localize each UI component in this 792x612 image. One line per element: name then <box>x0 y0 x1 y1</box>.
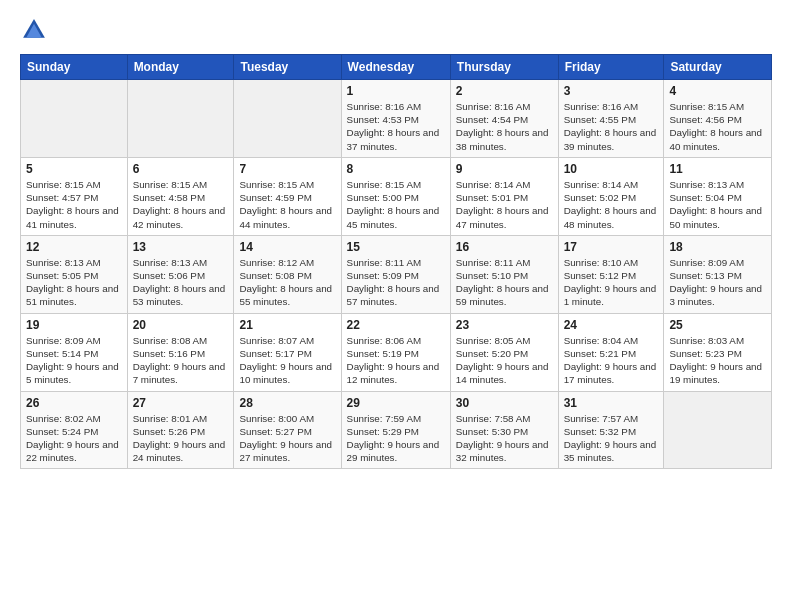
day-number: 18 <box>669 240 766 254</box>
day-number: 8 <box>347 162 445 176</box>
day-number: 23 <box>456 318 553 332</box>
day-number: 27 <box>133 396 229 410</box>
page: SundayMondayTuesdayWednesdayThursdayFrid… <box>0 0 792 612</box>
day-info: Sunrise: 8:15 AM Sunset: 4:56 PM Dayligh… <box>669 100 766 153</box>
day-info: Sunrise: 8:01 AM Sunset: 5:26 PM Dayligh… <box>133 412 229 465</box>
day-info: Sunrise: 8:11 AM Sunset: 5:10 PM Dayligh… <box>456 256 553 309</box>
day-info: Sunrise: 8:06 AM Sunset: 5:19 PM Dayligh… <box>347 334 445 387</box>
calendar-cell: 22Sunrise: 8:06 AM Sunset: 5:19 PM Dayli… <box>341 313 450 391</box>
calendar-cell <box>21 80 128 158</box>
day-info: Sunrise: 8:11 AM Sunset: 5:09 PM Dayligh… <box>347 256 445 309</box>
day-number: 2 <box>456 84 553 98</box>
weekday-header: Wednesday <box>341 55 450 80</box>
day-info: Sunrise: 8:16 AM Sunset: 4:55 PM Dayligh… <box>564 100 659 153</box>
day-info: Sunrise: 8:15 AM Sunset: 4:59 PM Dayligh… <box>239 178 335 231</box>
logo-icon <box>20 16 48 44</box>
calendar-cell: 31Sunrise: 7:57 AM Sunset: 5:32 PM Dayli… <box>558 391 664 469</box>
day-number: 22 <box>347 318 445 332</box>
day-number: 26 <box>26 396 122 410</box>
calendar-cell: 5Sunrise: 8:15 AM Sunset: 4:57 PM Daylig… <box>21 157 128 235</box>
calendar-cell <box>127 80 234 158</box>
calendar-cell <box>234 80 341 158</box>
header <box>20 16 772 44</box>
day-info: Sunrise: 7:57 AM Sunset: 5:32 PM Dayligh… <box>564 412 659 465</box>
weekday-header: Tuesday <box>234 55 341 80</box>
day-number: 24 <box>564 318 659 332</box>
calendar-cell: 23Sunrise: 8:05 AM Sunset: 5:20 PM Dayli… <box>450 313 558 391</box>
day-number: 29 <box>347 396 445 410</box>
day-number: 14 <box>239 240 335 254</box>
calendar-cell: 1Sunrise: 8:16 AM Sunset: 4:53 PM Daylig… <box>341 80 450 158</box>
calendar-week-row: 26Sunrise: 8:02 AM Sunset: 5:24 PM Dayli… <box>21 391 772 469</box>
day-info: Sunrise: 8:16 AM Sunset: 4:54 PM Dayligh… <box>456 100 553 153</box>
day-number: 10 <box>564 162 659 176</box>
day-number: 20 <box>133 318 229 332</box>
calendar-cell: 17Sunrise: 8:10 AM Sunset: 5:12 PM Dayli… <box>558 235 664 313</box>
day-number: 19 <box>26 318 122 332</box>
calendar-cell: 7Sunrise: 8:15 AM Sunset: 4:59 PM Daylig… <box>234 157 341 235</box>
day-number: 5 <box>26 162 122 176</box>
day-info: Sunrise: 8:05 AM Sunset: 5:20 PM Dayligh… <box>456 334 553 387</box>
day-info: Sunrise: 8:08 AM Sunset: 5:16 PM Dayligh… <box>133 334 229 387</box>
calendar-cell: 26Sunrise: 8:02 AM Sunset: 5:24 PM Dayli… <box>21 391 128 469</box>
weekday-header: Sunday <box>21 55 128 80</box>
day-number: 7 <box>239 162 335 176</box>
day-number: 30 <box>456 396 553 410</box>
calendar-cell: 11Sunrise: 8:13 AM Sunset: 5:04 PM Dayli… <box>664 157 772 235</box>
calendar-cell: 24Sunrise: 8:04 AM Sunset: 5:21 PM Dayli… <box>558 313 664 391</box>
day-info: Sunrise: 8:15 AM Sunset: 4:57 PM Dayligh… <box>26 178 122 231</box>
day-number: 17 <box>564 240 659 254</box>
day-info: Sunrise: 8:12 AM Sunset: 5:08 PM Dayligh… <box>239 256 335 309</box>
calendar-cell: 3Sunrise: 8:16 AM Sunset: 4:55 PM Daylig… <box>558 80 664 158</box>
day-info: Sunrise: 8:13 AM Sunset: 5:06 PM Dayligh… <box>133 256 229 309</box>
calendar-cell: 14Sunrise: 8:12 AM Sunset: 5:08 PM Dayli… <box>234 235 341 313</box>
calendar-week-row: 12Sunrise: 8:13 AM Sunset: 5:05 PM Dayli… <box>21 235 772 313</box>
day-info: Sunrise: 8:09 AM Sunset: 5:14 PM Dayligh… <box>26 334 122 387</box>
day-info: Sunrise: 8:10 AM Sunset: 5:12 PM Dayligh… <box>564 256 659 309</box>
calendar-cell: 27Sunrise: 8:01 AM Sunset: 5:26 PM Dayli… <box>127 391 234 469</box>
day-info: Sunrise: 8:14 AM Sunset: 5:01 PM Dayligh… <box>456 178 553 231</box>
day-number: 25 <box>669 318 766 332</box>
calendar-cell: 9Sunrise: 8:14 AM Sunset: 5:01 PM Daylig… <box>450 157 558 235</box>
calendar-week-row: 1Sunrise: 8:16 AM Sunset: 4:53 PM Daylig… <box>21 80 772 158</box>
calendar-body: 1Sunrise: 8:16 AM Sunset: 4:53 PM Daylig… <box>21 80 772 469</box>
day-info: Sunrise: 7:58 AM Sunset: 5:30 PM Dayligh… <box>456 412 553 465</box>
day-number: 31 <box>564 396 659 410</box>
calendar-cell: 29Sunrise: 7:59 AM Sunset: 5:29 PM Dayli… <box>341 391 450 469</box>
day-number: 15 <box>347 240 445 254</box>
weekday-header: Monday <box>127 55 234 80</box>
day-number: 16 <box>456 240 553 254</box>
day-number: 28 <box>239 396 335 410</box>
weekday-header: Thursday <box>450 55 558 80</box>
day-info: Sunrise: 8:00 AM Sunset: 5:27 PM Dayligh… <box>239 412 335 465</box>
weekday-header: Friday <box>558 55 664 80</box>
day-number: 21 <box>239 318 335 332</box>
day-info: Sunrise: 8:02 AM Sunset: 5:24 PM Dayligh… <box>26 412 122 465</box>
day-number: 1 <box>347 84 445 98</box>
day-info: Sunrise: 8:03 AM Sunset: 5:23 PM Dayligh… <box>669 334 766 387</box>
calendar-cell: 21Sunrise: 8:07 AM Sunset: 5:17 PM Dayli… <box>234 313 341 391</box>
weekday-header: Saturday <box>664 55 772 80</box>
calendar-cell: 2Sunrise: 8:16 AM Sunset: 4:54 PM Daylig… <box>450 80 558 158</box>
calendar-cell: 30Sunrise: 7:58 AM Sunset: 5:30 PM Dayli… <box>450 391 558 469</box>
day-number: 11 <box>669 162 766 176</box>
day-number: 9 <box>456 162 553 176</box>
calendar-cell: 16Sunrise: 8:11 AM Sunset: 5:10 PM Dayli… <box>450 235 558 313</box>
logo <box>20 16 52 44</box>
day-number: 13 <box>133 240 229 254</box>
calendar-cell: 28Sunrise: 8:00 AM Sunset: 5:27 PM Dayli… <box>234 391 341 469</box>
day-number: 4 <box>669 84 766 98</box>
day-info: Sunrise: 8:15 AM Sunset: 4:58 PM Dayligh… <box>133 178 229 231</box>
day-info: Sunrise: 8:13 AM Sunset: 5:05 PM Dayligh… <box>26 256 122 309</box>
calendar-cell: 25Sunrise: 8:03 AM Sunset: 5:23 PM Dayli… <box>664 313 772 391</box>
calendar-table: SundayMondayTuesdayWednesdayThursdayFrid… <box>20 54 772 469</box>
calendar-week-row: 19Sunrise: 8:09 AM Sunset: 5:14 PM Dayli… <box>21 313 772 391</box>
day-info: Sunrise: 8:04 AM Sunset: 5:21 PM Dayligh… <box>564 334 659 387</box>
weekday-row: SundayMondayTuesdayWednesdayThursdayFrid… <box>21 55 772 80</box>
day-number: 3 <box>564 84 659 98</box>
day-info: Sunrise: 8:07 AM Sunset: 5:17 PM Dayligh… <box>239 334 335 387</box>
day-number: 6 <box>133 162 229 176</box>
calendar-cell: 13Sunrise: 8:13 AM Sunset: 5:06 PM Dayli… <box>127 235 234 313</box>
calendar-cell: 10Sunrise: 8:14 AM Sunset: 5:02 PM Dayli… <box>558 157 664 235</box>
day-info: Sunrise: 8:16 AM Sunset: 4:53 PM Dayligh… <box>347 100 445 153</box>
